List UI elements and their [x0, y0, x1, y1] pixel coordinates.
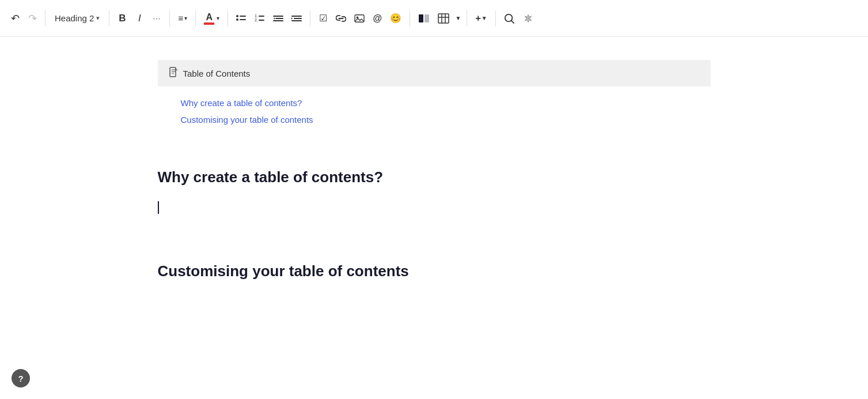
svg-text:1.: 1.	[255, 14, 258, 18]
separator-3	[169, 10, 170, 27]
link-icon	[336, 14, 346, 23]
toc-links: Why create a table of contents? Customis…	[158, 86, 711, 141]
redo-button[interactable]: ↷	[24, 9, 40, 28]
svg-point-27	[527, 17, 529, 19]
svg-marker-32	[175, 67, 178, 70]
indent-button[interactable]	[288, 9, 305, 28]
section1-heading: Why create a table of contents?	[158, 168, 711, 186]
color-button[interactable]: A ▾	[200, 9, 223, 28]
search-icon	[504, 13, 514, 24]
separator-6	[310, 10, 310, 27]
columns-icon	[418, 14, 430, 23]
section2-block: Customising your table of contents	[158, 262, 711, 280]
checkbox-button[interactable]: ☑	[315, 9, 331, 28]
indent-icon	[291, 14, 302, 23]
insert-plus-icon: +	[475, 13, 480, 24]
separator-2	[109, 10, 109, 27]
text-cursor	[158, 201, 159, 214]
list-group: 1.2.	[233, 9, 305, 28]
color-bar	[204, 22, 214, 25]
svg-point-2	[236, 18, 238, 21]
ordered-list-button[interactable]: 1.2.	[251, 9, 268, 28]
svg-rect-28	[170, 67, 176, 77]
color-indicator: A	[204, 12, 214, 25]
image-icon	[354, 14, 365, 23]
content-area: Table of Contents Why create a table of …	[0, 37, 868, 394]
search-button[interactable]	[501, 9, 518, 28]
color-letter: A	[206, 12, 213, 22]
undo-button[interactable]: ↶	[7, 9, 23, 28]
svg-rect-21	[438, 14, 449, 23]
heading-selector-label: Heading 2	[55, 13, 94, 23]
image-button[interactable]	[351, 9, 368, 28]
svg-rect-9	[275, 18, 283, 19]
svg-rect-14	[291, 20, 302, 21]
svg-marker-15	[291, 17, 293, 20]
svg-rect-3	[240, 19, 246, 20]
emoji-button[interactable]: 😊	[386, 9, 405, 28]
table-button[interactable]	[434, 9, 453, 28]
section1-block: Why create a table of contents?	[158, 168, 711, 235]
heading-selector-chevron: ▾	[96, 14, 100, 22]
svg-rect-20	[424, 14, 429, 22]
insert-group: ☑ @ 😊	[315, 9, 405, 28]
svg-rect-5	[259, 16, 264, 17]
svg-rect-1	[240, 16, 246, 17]
insert-plus-chevron: ▼	[482, 15, 487, 21]
svg-rect-10	[273, 20, 283, 21]
editor[interactable]: Table of Contents Why create a table of …	[158, 60, 711, 360]
italic-button[interactable]: I	[131, 9, 147, 28]
svg-text:2.: 2.	[255, 18, 258, 22]
bullet-list-icon	[236, 14, 247, 23]
svg-marker-11	[274, 17, 275, 20]
toc-doc-icon	[169, 67, 179, 80]
toc-block: Table of Contents Why create a table of …	[158, 60, 711, 141]
section1-paragraph[interactable]	[158, 200, 711, 235]
table-icon	[438, 13, 449, 24]
toolbar: ↶ ↷ Heading 2 ▾ B I ··· ≡ ▾ A ▾ 1.2.	[0, 0, 868, 37]
table-dropdown-button[interactable]: ▼	[454, 9, 462, 28]
svg-rect-19	[419, 14, 423, 22]
insert-plus-button[interactable]: + ▼	[472, 9, 490, 28]
outdent-icon	[273, 14, 283, 23]
align-chevron: ▾	[184, 15, 187, 21]
svg-rect-17	[355, 14, 364, 21]
alignment-button[interactable]: ≡ ▾	[175, 9, 191, 28]
bullet-list-button[interactable]	[233, 9, 250, 28]
help-button[interactable]: ?	[12, 369, 30, 387]
section2-heading: Customising your table of contents	[158, 262, 711, 280]
ai-icon	[524, 12, 533, 25]
toc-link-2[interactable]: Customising your table of contents	[181, 115, 688, 125]
ai-button[interactable]	[520, 10, 536, 27]
svg-rect-7	[259, 20, 264, 21]
ordered-list-icon: 1.2.	[255, 14, 265, 23]
columns-button[interactable]	[415, 9, 433, 28]
svg-rect-8	[273, 16, 283, 17]
svg-rect-12	[291, 16, 302, 17]
document-icon	[169, 67, 179, 77]
undo-redo-group: ↶ ↷	[7, 9, 40, 28]
heading-selector-button[interactable]: Heading 2 ▾	[50, 9, 104, 28]
separator-5	[228, 10, 228, 27]
outdent-button[interactable]	[270, 9, 287, 28]
toc-link-1[interactable]: Why create a table of contents?	[181, 98, 688, 108]
toc-title: Table of Contents	[183, 69, 251, 78]
toc-header: Table of Contents	[158, 60, 711, 86]
color-chevron: ▾	[217, 15, 219, 21]
separator-9	[495, 10, 496, 27]
svg-rect-13	[294, 18, 302, 19]
svg-line-26	[511, 20, 514, 23]
align-icon: ≡	[179, 13, 184, 23]
layout-group: ▼	[415, 9, 462, 28]
bold-button[interactable]: B	[114, 9, 130, 28]
svg-point-0	[236, 15, 238, 17]
separator-4	[195, 10, 196, 27]
separator-7	[410, 10, 410, 27]
more-format-button[interactable]: ···	[149, 9, 165, 28]
text-format-group: B I ···	[114, 9, 165, 28]
mention-button[interactable]: @	[369, 9, 385, 28]
separator-8	[467, 10, 467, 27]
separator-1	[45, 10, 46, 27]
link-button[interactable]	[332, 9, 350, 28]
